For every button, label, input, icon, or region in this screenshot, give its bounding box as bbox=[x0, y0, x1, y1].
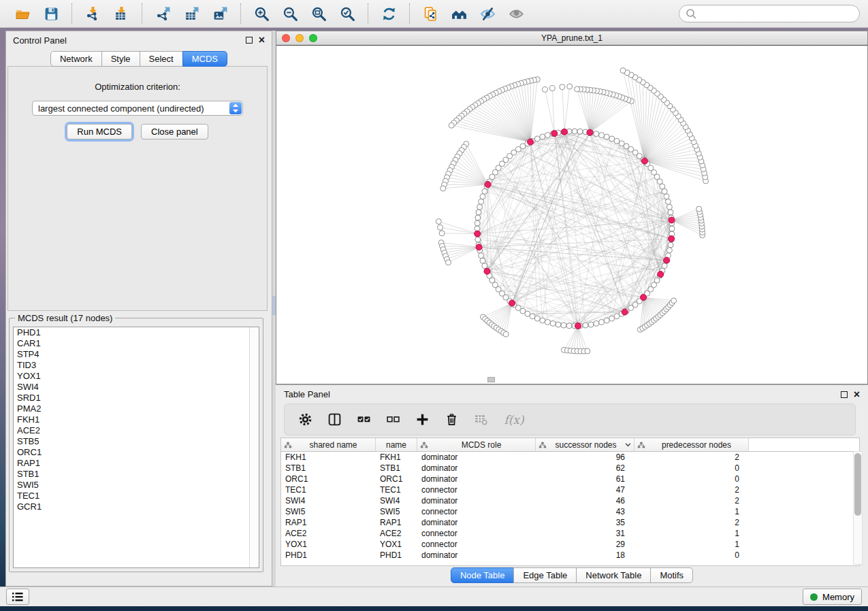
zoom-out-button[interactable] bbox=[279, 3, 301, 24]
import-table-from-file-button[interactable] bbox=[110, 3, 132, 24]
select-all-columns-button[interactable] bbox=[355, 411, 372, 429]
table-row[interactable]: STB1STB1dominator620 bbox=[281, 463, 859, 474]
mcds-result-item[interactable]: FKH1 bbox=[14, 414, 259, 425]
float-panel-icon[interactable] bbox=[246, 37, 253, 44]
table-row[interactable]: PHD1PHD1dominator180 bbox=[281, 550, 859, 561]
open-file-button[interactable] bbox=[12, 3, 33, 24]
maximize-window-icon[interactable] bbox=[309, 34, 317, 42]
tab-network[interactable]: Network bbox=[50, 51, 102, 67]
zoom-in-button[interactable] bbox=[251, 3, 272, 24]
mcds-result-item[interactable]: ORC1 bbox=[14, 447, 259, 458]
cell-successor_nodes: 62 bbox=[536, 463, 634, 474]
tab-select[interactable]: Select bbox=[140, 51, 183, 67]
mcds-result-item[interactable]: PMA2 bbox=[14, 403, 259, 414]
mcds-result-item[interactable]: SWI5 bbox=[14, 480, 259, 491]
tab-motifs[interactable]: Motifs bbox=[650, 567, 693, 583]
close-table-panel-icon[interactable]: × bbox=[854, 391, 860, 399]
mcds-result-item[interactable]: STB1 bbox=[14, 469, 259, 480]
mcds-result-item[interactable]: PHD1 bbox=[14, 327, 259, 338]
table-panel-title-row: Table Panel × bbox=[276, 385, 868, 402]
show-all-button[interactable] bbox=[505, 3, 527, 24]
mcds-result-scrollbar[interactable] bbox=[249, 327, 259, 567]
import-network-from-file-button[interactable] bbox=[82, 3, 103, 24]
memory-status-icon bbox=[810, 593, 818, 601]
cell-shared_name: TEC1 bbox=[281, 484, 376, 495]
mcds-result-item[interactable]: RAP1 bbox=[14, 458, 259, 469]
table-row[interactable]: ORC1ORC1dominator610 bbox=[281, 474, 859, 484]
table-mode-button[interactable] bbox=[296, 411, 314, 429]
column-label: shared name bbox=[294, 440, 372, 450]
tab-mcds[interactable]: MCDS bbox=[182, 51, 227, 67]
search-input[interactable] bbox=[701, 8, 853, 20]
mcds-result-item[interactable]: TEC1 bbox=[14, 491, 259, 501]
clone-network-icon bbox=[423, 6, 438, 22]
run-mcds-button[interactable]: Run MCDS bbox=[67, 124, 132, 139]
network-graph[interactable] bbox=[276, 46, 867, 384]
zoom-fit-content-button[interactable] bbox=[308, 3, 329, 24]
table-row[interactable]: TEC1TEC1connector472 bbox=[281, 484, 859, 495]
column-header-successor-nodes[interactable]: successor nodes bbox=[536, 438, 634, 451]
mcds-result-item[interactable]: STB5 bbox=[14, 436, 259, 447]
column-header-mcds-role[interactable]: MCDS role bbox=[417, 438, 536, 451]
table-row[interactable]: SWI5SWI5connector431 bbox=[281, 506, 859, 517]
tab-edge-table[interactable]: Edge Table bbox=[513, 567, 577, 583]
mcds-result-item[interactable]: GCR1 bbox=[14, 501, 259, 512]
task-history-button[interactable] bbox=[6, 589, 29, 605]
export-table-button[interactable] bbox=[180, 3, 202, 24]
cell-mcds_role: dominator bbox=[417, 452, 536, 463]
delete-columns-button[interactable] bbox=[443, 411, 460, 429]
clear-column-selection-button[interactable] bbox=[384, 411, 402, 429]
function-builder-icon: f(x) bbox=[504, 413, 524, 427]
close-panel-icon[interactable]: × bbox=[259, 36, 265, 44]
mcds-result-item[interactable]: ACE2 bbox=[14, 425, 259, 436]
network-canvas[interactable] bbox=[276, 45, 867, 384]
table-row[interactable]: FKH1FKH1dominator962 bbox=[281, 452, 859, 463]
float-table-panel-icon[interactable] bbox=[841, 391, 848, 398]
mcds-result-item[interactable]: STP4 bbox=[14, 349, 259, 360]
tab-style[interactable]: Style bbox=[101, 51, 140, 67]
export-image-icon bbox=[212, 6, 228, 22]
hide-selected-button[interactable] bbox=[477, 3, 498, 24]
table-scrollbar[interactable] bbox=[853, 451, 863, 565]
close-panel-button[interactable]: Close panel bbox=[141, 124, 208, 139]
mcds-result-item[interactable]: TID3 bbox=[14, 360, 259, 371]
mcds-result-item[interactable]: YOX1 bbox=[14, 371, 259, 382]
minimize-window-icon[interactable] bbox=[295, 34, 304, 42]
import-network-from-file-icon bbox=[85, 6, 101, 22]
column-header-shared-name[interactable]: shared name bbox=[281, 438, 376, 451]
first-neighbors-button[interactable] bbox=[448, 3, 470, 24]
mcds-result-item[interactable]: CAR1 bbox=[14, 338, 259, 349]
show-columns-button[interactable] bbox=[325, 411, 343, 429]
table-row[interactable]: SWI4SWI4dominator462 bbox=[281, 495, 859, 506]
cell-predecessor_nodes: 1 bbox=[634, 539, 749, 550]
table-scrollbar-thumb[interactable] bbox=[854, 453, 861, 516]
table-row[interactable]: RAP1RAP1dominator352 bbox=[281, 517, 859, 528]
column-header-predecessor-nodes[interactable]: predecessor nodes bbox=[634, 438, 749, 451]
clone-network-button[interactable] bbox=[419, 3, 441, 24]
cell-predecessor_nodes: 0 bbox=[634, 474, 749, 484]
canvas-scroll-handle[interactable] bbox=[487, 377, 495, 382]
apply-preferred-layout-button[interactable] bbox=[378, 3, 400, 24]
mcds-result-item[interactable]: SWI4 bbox=[14, 382, 259, 393]
network-window-titlebar[interactable]: YPA_prune.txt_1 bbox=[276, 31, 867, 46]
control-panel: Control Panel × NetworkStyleSelectMCDS O… bbox=[5, 31, 272, 587]
cell-mcds_role: connector bbox=[417, 506, 536, 517]
column-header-name[interactable]: name bbox=[376, 438, 417, 451]
memory-button[interactable]: Memory bbox=[803, 589, 862, 605]
export-image-button[interactable] bbox=[209, 3, 231, 24]
zoom-selected-region-button[interactable] bbox=[336, 3, 358, 24]
close-window-icon[interactable] bbox=[282, 34, 290, 42]
create-column-button[interactable] bbox=[413, 411, 431, 429]
export-network-button[interactable] bbox=[152, 3, 174, 24]
table-row[interactable]: ACE2ACE2connector311 bbox=[281, 528, 859, 539]
mcds-result-item[interactable]: SRD1 bbox=[14, 393, 259, 403]
table-mode-icon bbox=[298, 412, 312, 427]
save-session-button[interactable] bbox=[40, 3, 62, 24]
cell-shared_name: RAP1 bbox=[281, 517, 376, 528]
table-row[interactable]: YOX1YOX1connector291 bbox=[281, 539, 859, 550]
optimization-criterion-select[interactable]: largest connected component (undirected) bbox=[32, 101, 243, 116]
tab-network-table[interactable]: Network Table bbox=[576, 567, 651, 583]
tab-node-table[interactable]: Node Table bbox=[451, 567, 515, 583]
node-table-header: shared namenameMCDS rolesuccessor nodesp… bbox=[281, 438, 859, 452]
cell-predecessor_nodes: 0 bbox=[634, 550, 749, 561]
